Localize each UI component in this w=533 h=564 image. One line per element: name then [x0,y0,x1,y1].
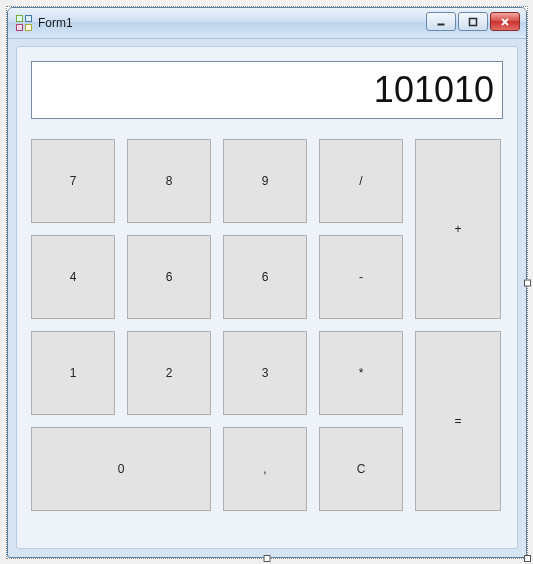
button-7[interactable]: 7 [31,139,115,223]
button-plus[interactable]: + [415,139,501,319]
display-textbox[interactable]: 101010 [31,61,503,119]
maximize-icon [468,17,478,27]
close-button[interactable] [490,12,520,31]
close-icon [500,17,510,27]
button-minus[interactable]: - [319,235,403,319]
resize-handle-bottom[interactable] [264,555,271,562]
designer-canvas: Form1 101010 [6,6,528,559]
window-title: Form1 [38,16,73,30]
button-comma[interactable]: , [223,427,307,511]
button-multiply[interactable]: * [319,331,403,415]
button-equals[interactable]: = [415,331,501,511]
button-3[interactable]: 3 [223,331,307,415]
button-divide[interactable]: / [319,139,403,223]
keypad: 7 8 9 / 4 6 6 - 1 2 3 * 0 , C + [31,139,503,534]
button-1[interactable]: 1 [31,331,115,415]
minimize-button[interactable] [426,12,456,31]
window-controls [426,12,520,31]
maximize-button[interactable] [458,12,488,31]
form-icon [16,15,32,31]
svg-rect-1 [470,18,477,25]
button-6a[interactable]: 6 [127,235,211,319]
button-2[interactable]: 2 [127,331,211,415]
button-6b[interactable]: 6 [223,235,307,319]
form-window: Form1 101010 [7,7,527,558]
button-8[interactable]: 8 [127,139,211,223]
client-area: 101010 7 8 9 / 4 6 6 - 1 2 3 * [16,46,518,549]
resize-handle-corner[interactable] [524,555,531,562]
button-9[interactable]: 9 [223,139,307,223]
minimize-icon [436,17,446,27]
resize-handle-right[interactable] [524,279,531,286]
button-0[interactable]: 0 [31,427,211,511]
button-clear[interactable]: C [319,427,403,511]
title-bar[interactable]: Form1 [8,8,526,39]
button-4[interactable]: 4 [31,235,115,319]
